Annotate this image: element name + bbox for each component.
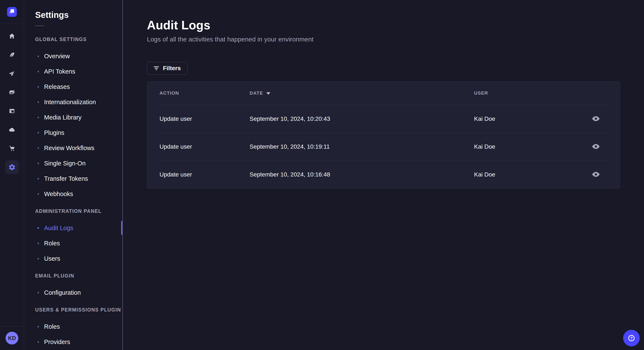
audit-logs-table: ACTION DATE USER Update user September 1… (147, 81, 620, 189)
section-label: GLOBAL SETTINGS (35, 36, 122, 42)
bullet-icon (38, 193, 39, 195)
column-header-user: USER (474, 90, 584, 96)
sidebar-title: Settings (35, 10, 122, 20)
logo-cell (0, 0, 24, 24)
view-log-button[interactable] (590, 142, 602, 152)
bullet-icon (38, 326, 39, 328)
sidebar-item-overview[interactable]: Overview (24, 48, 122, 64)
bullet-icon (38, 178, 39, 179)
eye-icon (592, 116, 600, 121)
sidebar-item-api-tokens[interactable]: API Tokens (24, 64, 122, 79)
sidebar-item-email-configuration[interactable]: Configuration (24, 285, 122, 300)
table-row: Update user September 10, 2024, 10:19:11… (147, 133, 620, 161)
filters-button[interactable]: Filters (147, 62, 188, 75)
section-users-permissions-plugin: USERS & PERMISSIONS PLUGIN Roles Provide… (24, 307, 122, 350)
sidebar-item-up-roles[interactable]: Roles (24, 319, 122, 334)
strapi-logo[interactable] (7, 7, 17, 17)
home-icon[interactable] (7, 31, 17, 41)
eye-icon (592, 144, 600, 149)
cell-date: September 10, 2024, 10:19:11 (250, 143, 474, 150)
bullet-icon (38, 292, 39, 293)
cell-date: September 10, 2024, 10:16:48 (250, 171, 474, 178)
question-mark-icon: ? (627, 334, 636, 343)
app-root: KD Settings GLOBAL SETTINGS Overview API… (0, 0, 644, 350)
bullet-icon (38, 55, 39, 57)
bullet-icon (38, 101, 39, 103)
title-divider (35, 25, 44, 26)
main-nav-rail: KD (0, 0, 24, 350)
bullet-icon (38, 258, 39, 259)
images-icon[interactable] (7, 87, 17, 97)
bullet-icon (38, 341, 39, 343)
cell-user: Kai Doe (474, 171, 584, 178)
sidebar-item-plugins[interactable]: Plugins (24, 125, 122, 140)
layout-icon[interactable] (7, 106, 17, 116)
column-header-date[interactable]: DATE (250, 90, 474, 96)
sidebar-item-single-sign-on[interactable]: Single Sign-On (24, 156, 122, 171)
bullet-icon (38, 117, 39, 118)
rail-bottom: KD (0, 326, 24, 350)
section-label: EMAIL PLUGIN (35, 273, 122, 279)
bullet-icon (38, 71, 39, 72)
cell-user: Kai Doe (474, 143, 584, 150)
sidebar-item-releases[interactable]: Releases (24, 79, 122, 94)
settings-sidebar: Settings GLOBAL SETTINGS Overview API To… (24, 0, 123, 350)
sidebar-item-audit-logs[interactable]: Audit Logs (24, 220, 122, 236)
section-global-settings: GLOBAL SETTINGS Overview API Tokens Rele… (24, 36, 122, 201)
sidebar-item-media-library[interactable]: Media Library (24, 110, 122, 125)
bullet-icon (38, 227, 39, 229)
paper-plane-icon[interactable] (7, 68, 17, 79)
page-title: Audit Logs (147, 18, 620, 32)
bullet-icon (38, 147, 39, 149)
table-header-row: ACTION DATE USER (147, 81, 620, 105)
gear-icon[interactable] (5, 160, 19, 174)
column-header-action: ACTION (160, 90, 250, 96)
cart-icon[interactable] (7, 143, 17, 154)
cell-action: Update user (160, 171, 250, 178)
rail-nav (5, 24, 19, 174)
section-administration-panel: ADMINISTRATION PANEL Audit Logs Roles Us… (24, 208, 122, 266)
bullet-icon (38, 86, 39, 88)
sidebar-item-up-providers[interactable]: Providers (24, 334, 122, 350)
user-avatar[interactable]: KD (6, 332, 18, 345)
table-row: Update user September 10, 2024, 10:16:48… (147, 161, 620, 188)
sidebar-item-transfer-tokens[interactable]: Transfer Tokens (24, 171, 122, 186)
main-content: Audit Logs Logs of all the activities th… (123, 0, 644, 350)
section-email-plugin: EMAIL PLUGIN Configuration (24, 273, 122, 300)
section-label: ADMINISTRATION PANEL (35, 208, 122, 214)
strapi-logo-icon (7, 7, 17, 17)
sidebar-item-admin-roles[interactable]: Roles (24, 236, 122, 251)
cell-action: Update user (160, 116, 250, 122)
cell-user: Kai Doe (474, 116, 584, 122)
eye-icon (592, 172, 600, 177)
cell-date: September 10, 2024, 10:20:43 (250, 116, 474, 122)
help-button[interactable]: ? (623, 330, 640, 347)
page-subtitle: Logs of all the activities that happened… (147, 35, 620, 43)
filter-icon (154, 66, 159, 70)
view-log-button[interactable] (590, 114, 602, 124)
bullet-icon (38, 163, 39, 164)
sort-desc-icon (266, 92, 270, 95)
view-log-button[interactable] (590, 170, 602, 179)
sidebar-item-admin-users[interactable]: Users (24, 251, 122, 266)
feather-icon[interactable] (7, 50, 17, 60)
sidebar-item-review-workflows[interactable]: Review Workflows (24, 140, 122, 156)
bullet-icon (38, 132, 39, 134)
cell-action: Update user (160, 143, 250, 150)
sidebar-item-webhooks[interactable]: Webhooks (24, 186, 122, 201)
svg-text:?: ? (630, 336, 633, 341)
bullet-icon (38, 243, 39, 244)
sidebar-item-internationalization[interactable]: Internationalization (24, 94, 122, 110)
cloud-icon[interactable] (7, 125, 17, 135)
table-row: Update user September 10, 2024, 10:20:43… (147, 105, 620, 133)
section-label: USERS & PERMISSIONS PLUGIN (35, 307, 122, 313)
